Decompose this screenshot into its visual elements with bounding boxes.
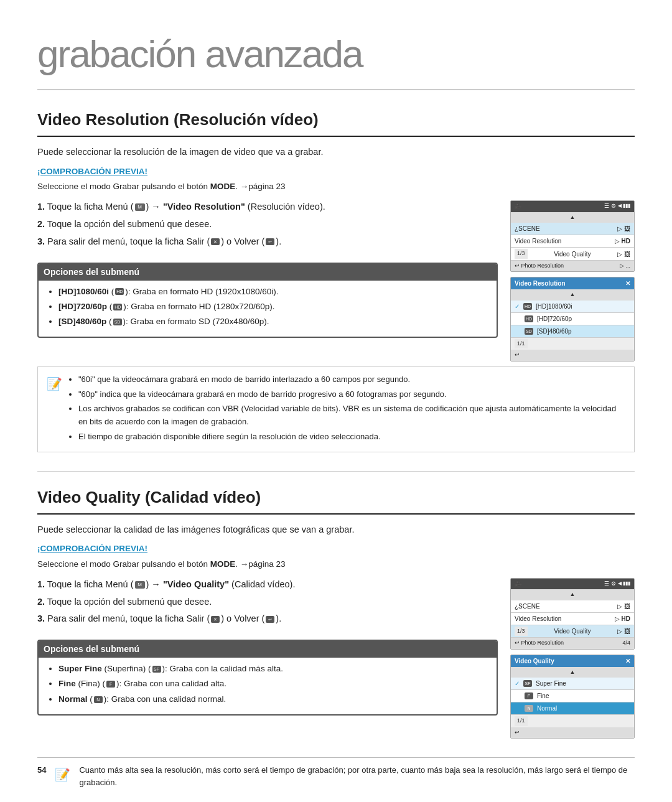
section-video-resolution: Video Resolution (Resolución vídeo) Pued… (37, 108, 635, 452)
s2panel1-row2: Video Resolution▷ HD (511, 613, 634, 625)
panel2-option1: ✓ HD [HD]1080/60i (511, 301, 634, 313)
section2-check-link[interactable]: ¡COMPROBACIÓN PREVIA! (37, 543, 635, 555)
s2panel2-counter-row: 1/1 (511, 715, 634, 727)
submenu-item: [HD]1080/60i (HD): Graba en formato HD (… (58, 286, 488, 298)
panel2-option3: SD [SD]480/60p (511, 325, 634, 338)
bottom-note: 54 📝 Cuanto más alta sea la resolución, … (37, 757, 635, 788)
section-divider (37, 471, 635, 472)
s2panel2-option1: ✓ SF Super Fine (511, 678, 634, 690)
panel2-arrow-up[interactable]: ▲ (511, 289, 634, 301)
s2panel1-header: 🎥 ☰⚙◀ ▮▮▮ (511, 579, 634, 590)
step1-3: 3. Para salir del menú, toque la ficha S… (37, 235, 498, 249)
section-video-quality: Video Quality (Calidad vídeo) Puede sele… (37, 485, 635, 739)
submenu-item: [HD]720/60p (HD): Graba en formato HD (1… (58, 301, 488, 313)
s2panel1-row3: 1/3 Video Quality▷ 🖼 (511, 625, 634, 638)
s2panel1-back: ↩ Photo Resolution4/4 (511, 638, 634, 649)
section1-mode-note: Seleccione el modo Grabar pulsando el bo… (37, 180, 635, 193)
s2panel2-option3: N Normal (511, 702, 634, 715)
step2-2: 2. Toque la opción del submenú que desee… (37, 595, 498, 609)
panel2-title: Video Resolution✕ (511, 277, 634, 289)
step2-3: 3. Para salir del menú, toque la ficha S… (37, 612, 498, 626)
submenu-item: [SD]480/60p (SD): Graba en formato SD (7… (58, 315, 488, 328)
section1-submenu-title: Opciones del submenú (39, 264, 497, 281)
section1-check-link[interactable]: ¡COMPROBACIÓN PREVIA! (37, 166, 635, 178)
s2panel1-arrow-up[interactable]: ▲ (511, 589, 634, 600)
page-number: 54 (37, 764, 46, 776)
step1-1: 1. Toque la ficha Menú (M) → "Video Reso… (37, 200, 498, 214)
s2panel2-title: Video Quality✕ (511, 655, 634, 667)
section1-notes: 📝 "60i" que la videocámara grabará en mo… (37, 366, 635, 452)
section2-content: 1. Toque la ficha Menú (M) → "Video Qual… (37, 578, 635, 739)
section1-content: 1. Toque la ficha Menú (M) → "Video Reso… (37, 200, 635, 361)
note-icon: 📝 (47, 375, 62, 393)
s2panel2-arrow-up[interactable]: ▲ (511, 667, 634, 678)
section1-submenu-list: [HD]1080/60i (HD): Graba en formato HD (… (47, 286, 488, 329)
section1-panel2: Video Resolution✕ ▲ ✓ HD [HD]1080/60i HD… (510, 277, 635, 361)
section1-submenu-box: Opciones del submenú [HD]1080/60i (HD): … (37, 263, 498, 338)
panel1-header: 🎥 ☰⚙◀ ▮▮▮ (511, 201, 634, 212)
section2-submenu-box: Opciones del submenú Super Fine (Superfi… (37, 640, 498, 716)
section2-panels: 🎥 ☰⚙◀ ▮▮▮ ▲ ¿SCENE▷ 🖼 Video Resolution▷ … (510, 578, 635, 739)
bottom-note-icon: 📝 (55, 765, 70, 784)
panel2-option2: HD [HD]720/60p (511, 313, 634, 325)
s2panel1-row1: ¿SCENE▷ 🖼 (511, 600, 634, 613)
step2-1: 1. Toque la ficha Menú (M) → "Video Qual… (37, 578, 498, 592)
panel2-back: ↩ (511, 350, 634, 361)
panel1-back: ↩ Photo Resolution▷ ... (511, 261, 634, 272)
panel1-row3: 1/3 Video Quality▷ 🖼 (511, 248, 634, 261)
section1-panel1: 🎥 ☰⚙◀ ▮▮▮ ▲ ¿SCENE▷ 🖼 Video Resolution▷ … (510, 200, 635, 272)
s2panel2-back: ↩ (511, 727, 634, 739)
panel1-arrow-up[interactable]: ▲ (511, 212, 634, 223)
submenu2-item3: Normal (N): Graba con una calidad normal… (58, 693, 488, 706)
section1-panels: 🎥 ☰⚙◀ ▮▮▮ ▲ ¿SCENE▷ 🖼 Video Resolution▷ … (510, 200, 635, 361)
note-text: "60i" que la videocámara grabará en modo… (68, 373, 625, 445)
step1-2: 2. Toque la opción del submenú que desee… (37, 218, 498, 231)
submenu2-item2: Fine (Fina) (F): Graba con una calidad a… (58, 678, 488, 690)
s2panel2-option2: F Fine (511, 690, 634, 702)
section2-panel2: Video Quality✕ ▲ ✓ SF Super Fine F Fine … (510, 655, 635, 739)
section1-intro: Puede seleccionar la resolución de la im… (37, 146, 635, 159)
section2-steps: 1. Toque la ficha Menú (M) → "Video Qual… (37, 578, 498, 626)
page-title: grabación avanzada (37, 25, 635, 90)
section1-instructions: 1. Toque la ficha Menú (M) → "Video Reso… (37, 200, 498, 361)
section2-title: Video Quality (Calidad vídeo) (37, 485, 635, 515)
panel1-row1: ¿SCENE▷ 🖼 (511, 223, 634, 235)
section2-intro: Puede seleccionar la calidad de las imág… (37, 523, 635, 537)
section1-steps: 1. Toque la ficha Menú (M) → "Video Reso… (37, 200, 498, 248)
section2-submenu-list: Super Fine (Superfina) (SF): Graba con l… (47, 663, 488, 706)
section1-title: Video Resolution (Resolución vídeo) (37, 108, 635, 137)
section2-submenu-title: Opciones del submenú (39, 641, 497, 658)
submenu2-item1: Super Fine (Superfina) (SF): Graba con l… (58, 663, 488, 675)
section2-panel1: 🎥 ☰⚙◀ ▮▮▮ ▲ ¿SCENE▷ 🖼 Video Resolution▷ … (510, 578, 635, 650)
panel1-row2: Video Resolution▷ HD (511, 235, 634, 248)
bottom-note-text: Cuanto más alta sea la resolución, más c… (79, 764, 635, 788)
section2-instructions: 1. Toque la ficha Menú (M) → "Video Qual… (37, 578, 498, 739)
section2-mode-note: Seleccione el modo Grabar pulsando el bo… (37, 558, 635, 571)
panel2-counter-row: 1/1 (511, 338, 634, 350)
